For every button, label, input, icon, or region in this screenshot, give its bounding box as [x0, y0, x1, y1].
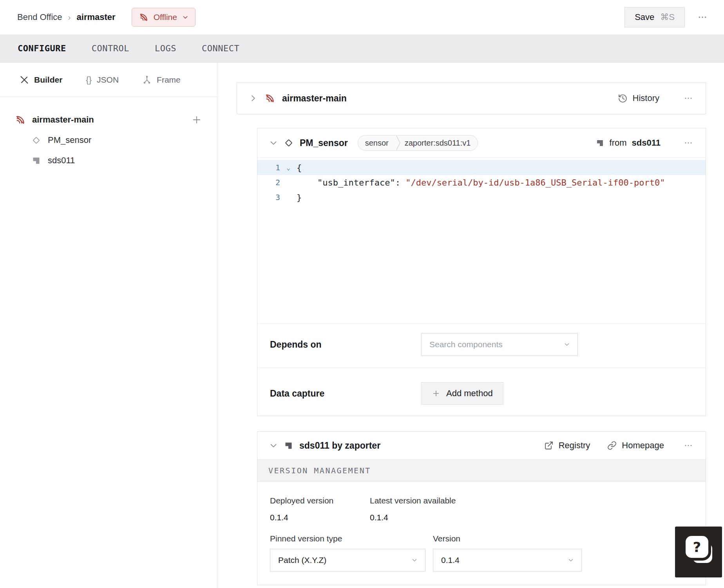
module-menu-button[interactable]: [681, 438, 695, 453]
version-management-header: VERSION MANAGEMENT: [257, 459, 706, 482]
machine-status-dropdown[interactable]: Offline: [132, 8, 195, 27]
machine-part-card: airmaster-main History: [237, 82, 706, 114]
save-label: Save: [635, 12, 654, 22]
tab-connect[interactable]: CONNECT: [202, 43, 239, 53]
chevron-down-icon[interactable]: [269, 441, 278, 450]
pinned-type-col: Pinned version type Patch (X.Y.Z): [270, 534, 433, 572]
sds011-module-card: sds011 by zaporter Registry: [257, 431, 706, 585]
mode-json-label: JSON: [97, 75, 119, 85]
mode-frame[interactable]: Frame: [142, 75, 181, 85]
code-text: "usb_interface": "/dev/serial/by-id/usb-…: [297, 178, 665, 188]
registry-link[interactable]: Registry: [544, 440, 590, 451]
version-label: Version: [433, 534, 582, 543]
module-icon: [284, 441, 293, 451]
depends-on-placeholder: Search components: [429, 340, 503, 349]
code-line[interactable]: 3 }: [257, 190, 706, 205]
version-info-row: Deployed version 0.1.4 Latest version av…: [270, 496, 693, 522]
code-line[interactable]: 1 ⌄ {: [257, 160, 706, 175]
pm-sensor-card: PM_sensor sensor zaporter:sds011:v1 from…: [257, 128, 706, 416]
tree-item-sds011[interactable]: sds011: [0, 150, 217, 171]
badge-divider: [396, 135, 401, 150]
save-button[interactable]: Save ⌘S: [624, 7, 685, 27]
module-actions: Registry Homepage: [544, 438, 695, 453]
from-module-name: sds011: [632, 138, 661, 148]
depends-on-label: Depends on: [270, 339, 421, 350]
component-type-model-badge: sensor zaporter:sds011:v1: [358, 135, 478, 151]
topbar-overflow-menu-button[interactable]: [694, 9, 711, 25]
diamond-icon: [31, 135, 41, 145]
tree-child-label: PM_sensor: [48, 135, 91, 145]
link-icon: [607, 441, 617, 450]
mode-builder[interactable]: Builder: [20, 75, 62, 85]
component-model-badge: zaporter:sds011:v1: [401, 139, 478, 148]
tree-child-label: sds011: [48, 155, 75, 166]
deployed-version-label: Deployed version: [270, 496, 370, 505]
chevron-down-icon[interactable]: [269, 139, 278, 147]
module-title: sds011 by zaporter: [299, 440, 380, 451]
latest-version-col: Latest version available 0.1.4: [370, 496, 456, 522]
code-text: }: [297, 193, 302, 202]
tab-configure[interactable]: CONFIGURE: [18, 43, 66, 53]
chevron-right-icon[interactable]: [249, 94, 257, 103]
chevron-down-icon: [411, 557, 418, 564]
pinned-type-label: Pinned version type: [270, 534, 433, 543]
sidebar-mode-switcher: Builder {} JSON Frame: [0, 63, 217, 97]
status-label: Offline: [154, 13, 177, 22]
line-number: 3: [257, 193, 280, 202]
attributes-json-editor[interactable]: 1 ⌄ { 2 "usb_interface": "/dev/serial/by…: [257, 157, 706, 323]
version-pin-row: Pinned version type Patch (X.Y.Z) Versio…: [270, 534, 693, 572]
history-icon: [618, 94, 628, 103]
data-capture-label: Data capture: [270, 388, 421, 399]
depends-on-select[interactable]: Search components: [421, 333, 578, 356]
tab-logs[interactable]: LOGS: [155, 43, 176, 53]
version-management-body: Deployed version 0.1.4 Latest version av…: [257, 482, 706, 585]
tab-control[interactable]: CONTROL: [92, 43, 129, 53]
external-link-icon: [544, 441, 554, 450]
homepage-link[interactable]: Homepage: [607, 440, 664, 451]
save-shortcut: ⌘S: [660, 12, 675, 22]
machine-part-title: airmaster-main: [282, 93, 347, 104]
help-button[interactable]: ?: [675, 527, 722, 577]
add-method-button[interactable]: Add method: [421, 382, 503, 405]
fold-chevron-icon[interactable]: ⌄: [280, 164, 297, 171]
wifi-off-icon: [15, 115, 25, 125]
component-type-badge: sensor: [358, 139, 396, 148]
history-button[interactable]: History: [618, 93, 659, 103]
line-number: 1: [257, 163, 280, 172]
tree-item-pm-sensor[interactable]: PM_sensor: [0, 130, 217, 150]
breadcrumb-machine-name: airmaster: [77, 12, 116, 22]
chevron-down-icon: [567, 557, 574, 564]
breadcrumb: Bend Office › airmaster Offline: [17, 8, 195, 27]
mode-json[interactable]: {} JSON: [86, 75, 119, 85]
from-module-link[interactable]: from sds011: [595, 138, 661, 148]
version-select[interactable]: 0.1.4: [433, 549, 582, 572]
tree-root-label: airmaster-main: [32, 115, 94, 125]
component-menu-button[interactable]: [681, 136, 695, 150]
history-label: History: [633, 93, 659, 103]
latest-version-label: Latest version available: [370, 496, 456, 505]
machine-part-menu-button[interactable]: [681, 91, 695, 105]
main-tabbar: CONFIGURE CONTROL LOGS CONNECT: [0, 34, 724, 63]
pinned-type-value: Patch (X.Y.Z): [278, 556, 326, 565]
breadcrumb-location[interactable]: Bend Office: [17, 12, 62, 22]
module-card-header: sds011 by zaporter Registry: [257, 432, 706, 459]
topbar: Bend Office › airmaster Offline: [0, 0, 724, 34]
add-component-button[interactable]: [190, 113, 204, 127]
pinned-type-select[interactable]: Patch (X.Y.Z): [270, 549, 425, 572]
wifi-off-icon: [139, 13, 148, 22]
tree-item-machine-part[interactable]: airmaster-main: [0, 110, 217, 130]
code-key: "usb_interface":: [297, 178, 405, 188]
data-capture-section: Data capture Add method: [257, 368, 706, 416]
machine-config-page: Bend Office › airmaster Offline: [0, 0, 724, 588]
component-title: PM_sensor: [300, 138, 348, 148]
version-value: 0.1.4: [441, 556, 460, 565]
diamond-icon: [284, 138, 294, 148]
wifi-off-icon: [264, 93, 275, 104]
chevron-down-icon: [182, 14, 188, 20]
braces-icon: {}: [86, 75, 92, 85]
code-line[interactable]: 2 "usb_interface": "/dev/serial/by-id/us…: [257, 175, 706, 190]
code-string-value: "/dev/serial/by-id/usb-1a86_USB_Serial-i…: [405, 178, 665, 188]
mode-frame-label: Frame: [157, 75, 181, 85]
version-col: Version 0.1.4: [433, 534, 582, 572]
component-tree: airmaster-main PM_sensor sds011: [0, 97, 217, 171]
